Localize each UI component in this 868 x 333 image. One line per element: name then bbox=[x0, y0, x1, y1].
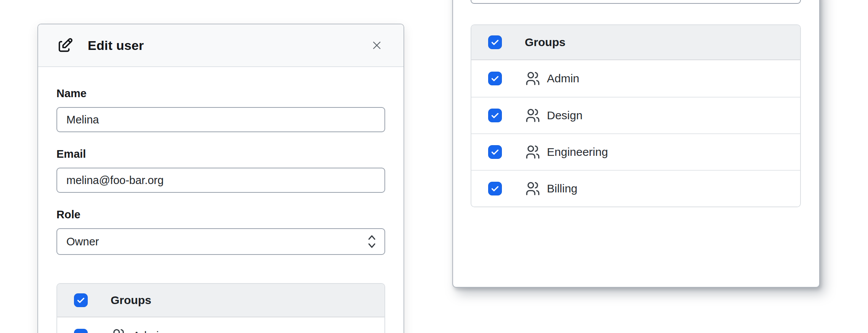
group-label: Design bbox=[547, 109, 582, 122]
role-select[interactable]: Owner bbox=[56, 228, 385, 255]
users-icon bbox=[525, 181, 541, 197]
modal-header: Edit user bbox=[38, 24, 403, 67]
modal-body: Name Email Role Owner bbox=[38, 67, 403, 333]
group-checkbox[interactable] bbox=[488, 72, 502, 85]
group-row: Engineering bbox=[471, 133, 800, 170]
groups-header-label: Groups bbox=[111, 294, 151, 307]
role-label: Role bbox=[56, 208, 385, 221]
email-field-group: Email bbox=[56, 147, 385, 193]
role-select-cropped[interactable] bbox=[471, 0, 801, 4]
groups-header-row: Groups bbox=[471, 25, 800, 60]
group-checkbox[interactable] bbox=[488, 145, 502, 159]
groups-header-row: Groups bbox=[57, 284, 384, 317]
group-checkbox[interactable] bbox=[74, 329, 88, 333]
modal-title: Edit user bbox=[88, 38, 144, 53]
groups-header-checkbox[interactable] bbox=[74, 293, 88, 307]
email-label: Email bbox=[56, 147, 385, 161]
name-field-group: Name bbox=[56, 87, 385, 132]
users-icon bbox=[525, 144, 541, 160]
email-input[interactable] bbox=[56, 168, 385, 193]
users-icon bbox=[111, 328, 127, 333]
pencil-square-icon bbox=[56, 37, 74, 54]
groups-table: Groups bbox=[56, 283, 385, 333]
close-button[interactable] bbox=[368, 37, 385, 54]
role-field-group: Role Owner bbox=[56, 208, 385, 255]
group-row: Admin bbox=[57, 317, 384, 333]
edit-user-modal: Edit user Name Email Role bbox=[37, 24, 404, 333]
group-row: Admin bbox=[471, 60, 800, 97]
screenshot-stage: Edit user Name Email Role bbox=[0, 0, 868, 333]
chevron-updown-icon bbox=[367, 234, 377, 249]
users-icon bbox=[525, 107, 541, 123]
groups-header-checkbox[interactable] bbox=[488, 35, 502, 49]
group-row: Design bbox=[471, 97, 800, 133]
groups-table: Groups Admin bbox=[471, 24, 801, 207]
name-input[interactable] bbox=[56, 107, 385, 132]
users-icon bbox=[525, 70, 541, 86]
role-select-value: Owner bbox=[66, 235, 99, 248]
group-label: Engineering bbox=[547, 146, 608, 158]
group-label: Billing bbox=[547, 182, 577, 195]
group-checkbox[interactable] bbox=[488, 109, 502, 122]
name-label: Name bbox=[56, 87, 385, 100]
close-x-icon bbox=[370, 39, 383, 52]
group-checkbox[interactable] bbox=[488, 182, 502, 195]
group-row: Billing bbox=[471, 170, 800, 207]
groups-header-label: Groups bbox=[525, 36, 566, 49]
groups-table-scrolled: Groups Admin bbox=[471, 24, 801, 207]
group-label: Admin bbox=[133, 329, 165, 333]
group-label: Admin bbox=[547, 72, 579, 85]
